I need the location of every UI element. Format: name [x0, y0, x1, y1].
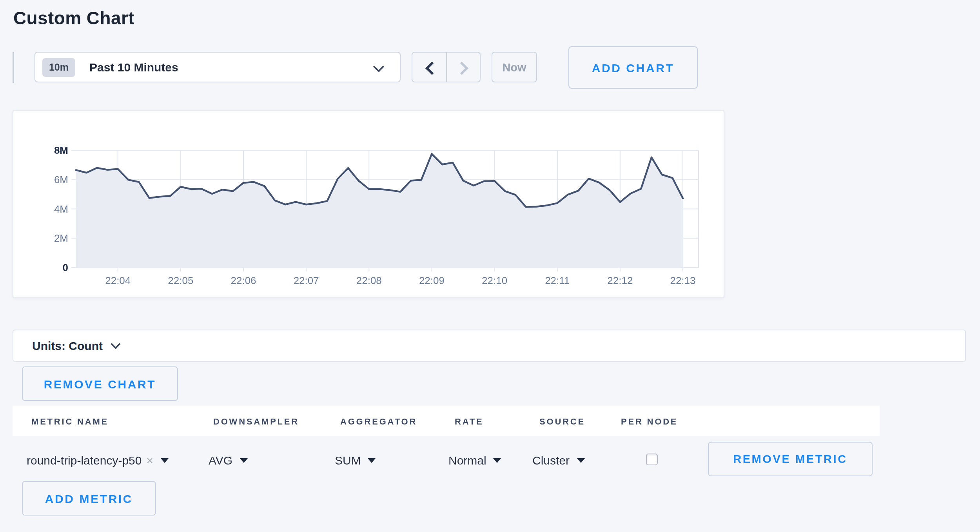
source-value: Cluster [532, 453, 570, 466]
clear-metric-icon[interactable]: × [147, 453, 154, 466]
metric-name-value: round-trip-latency-p50 [27, 453, 142, 466]
metric-name-select[interactable]: round-trip-latency-p50 × [27, 436, 168, 483]
chevron-left-icon [425, 62, 439, 75]
caret-down-icon [368, 458, 376, 463]
col-header-aggregator: AGGREGATOR [340, 406, 417, 436]
svg-text:22:13: 22:13 [670, 275, 695, 286]
now-button[interactable]: Now [492, 52, 537, 82]
caret-down-icon [240, 458, 247, 463]
custom-chart-page: Custom Chart 10m Past 10 Minutes Now ADD… [0, 0, 980, 532]
caret-down-icon [160, 458, 168, 463]
units-label: Units: Count [32, 339, 103, 352]
caret-down-icon [494, 458, 501, 463]
add-chart-button[interactable]: ADD CHART [568, 46, 698, 89]
svg-text:22:09: 22:09 [419, 275, 445, 286]
next-range-button[interactable] [446, 53, 480, 82]
svg-text:22:11: 22:11 [545, 275, 570, 286]
svg-text:22:08: 22:08 [356, 275, 382, 286]
units-dropdown[interactable]: Units: Count [13, 330, 966, 362]
aggregator-select[interactable]: SUM [335, 436, 376, 483]
metric-chart: 02M4M6M8M22:0422:0522:0622:0722:0822:092… [13, 111, 725, 299]
add-metric-button[interactable]: ADD METRIC [22, 481, 156, 516]
svg-text:22:07: 22:07 [294, 275, 319, 286]
page-title: Custom Chart [13, 8, 134, 29]
col-header-per-node: PER NODE [621, 406, 678, 436]
aggregator-value: SUM [335, 453, 361, 466]
svg-text:6M: 6M [54, 174, 68, 186]
svg-text:8M: 8M [54, 144, 68, 156]
metric-table-row: round-trip-latency-p50 × AVG SUM Normal … [0, 436, 980, 483]
time-range-dropdown[interactable]: 10m Past 10 Minutes [34, 52, 401, 82]
svg-text:2M: 2M [54, 232, 68, 244]
chevron-right-icon [455, 62, 468, 75]
svg-text:22:04: 22:04 [105, 275, 131, 286]
time-range-label: Past 10 Minutes [89, 60, 178, 74]
col-header-source: SOURCE [539, 406, 585, 436]
per-node-checkbox[interactable] [646, 454, 658, 465]
col-header-downsampler: DOWNSAMPLER [213, 406, 299, 436]
downsampler-select[interactable]: AVG [209, 436, 247, 483]
prev-range-button[interactable] [412, 53, 446, 82]
time-pager [412, 52, 481, 82]
time-range-badge: 10m [42, 58, 75, 77]
source-select[interactable]: Cluster [532, 436, 584, 483]
remove-metric-button[interactable]: REMOVE METRIC [708, 442, 873, 476]
svg-text:22:12: 22:12 [607, 275, 633, 286]
metric-chart-card: 02M4M6M8M22:0422:0522:0622:0722:0822:092… [13, 110, 724, 298]
range-edge-divider [13, 52, 14, 83]
downsampler-value: AVG [209, 453, 232, 466]
rate-value: Normal [448, 453, 486, 466]
caret-down-icon [577, 458, 584, 463]
svg-text:22:05: 22:05 [168, 275, 193, 286]
col-header-metric-name: METRIC NAME [31, 406, 109, 436]
chevron-down-icon [373, 61, 384, 72]
col-header-rate: RATE [455, 406, 483, 436]
svg-text:22:06: 22:06 [230, 275, 256, 286]
metrics-table-header: METRIC NAME DOWNSAMPLER AGGREGATOR RATE … [13, 406, 880, 436]
chevron-down-icon [111, 339, 120, 349]
remove-chart-button[interactable]: REMOVE CHART [22, 366, 178, 401]
rate-select[interactable]: Normal [448, 436, 501, 483]
svg-text:4M: 4M [54, 203, 68, 215]
svg-text:0: 0 [63, 262, 68, 273]
svg-text:22:10: 22:10 [482, 275, 507, 286]
